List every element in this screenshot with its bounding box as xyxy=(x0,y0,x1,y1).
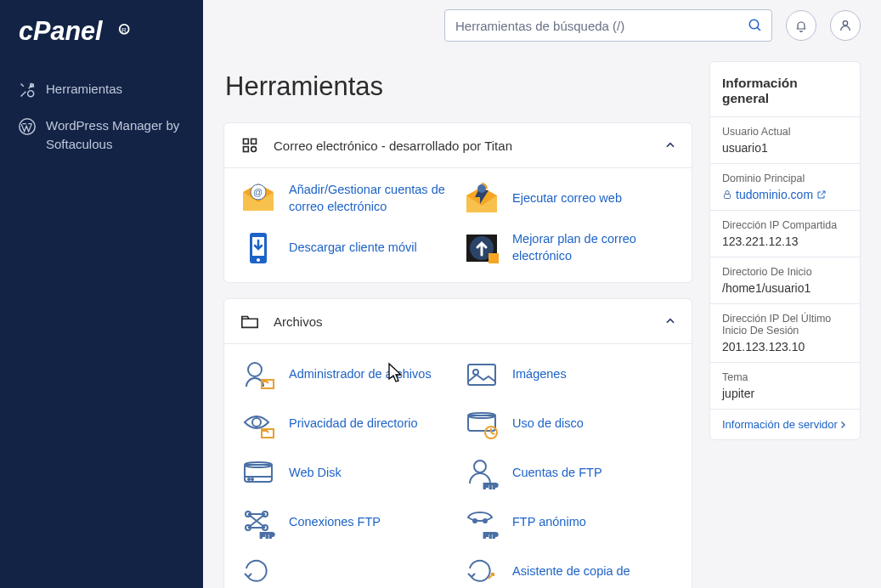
images-icon xyxy=(463,356,500,393)
tool-label: Uso de disco xyxy=(512,416,584,433)
svg-point-34 xyxy=(474,461,486,472)
tool-label: Añadir/Gestionar cuentas de correo elect… xyxy=(289,182,453,215)
anonymous-ftp-icon: FTP xyxy=(463,504,500,541)
cpanel-logo[interactable]: cPanel R xyxy=(0,15,203,71)
lock-icon xyxy=(722,189,732,200)
primary-domain-link[interactable]: tudominio.com xyxy=(722,188,848,201)
backup-wizard-icon xyxy=(463,553,500,588)
email-accounts-icon: @ xyxy=(240,180,277,218)
tool-label: Privacidad de directorio xyxy=(289,416,418,433)
svg-rect-9 xyxy=(244,147,249,152)
info-row-theme: Tema jupiter xyxy=(710,363,860,410)
domain-text: tudominio.com xyxy=(736,188,813,201)
info-value: /home1/usuario1 xyxy=(722,281,848,295)
svg-point-33 xyxy=(251,478,253,480)
svg-text:FTP: FTP xyxy=(483,482,498,490)
tool-label: Conexiones FTP xyxy=(289,514,381,531)
info-row-domain: Dominio Principal tudominio.com xyxy=(710,164,860,211)
tool-ftp-accounts[interactable]: FTP Cuentas de FTP xyxy=(463,455,676,492)
apps-grid-icon xyxy=(240,137,260,154)
svg-rect-8 xyxy=(251,139,257,144)
notifications-button[interactable] xyxy=(786,10,816,41)
disk-usage-icon xyxy=(463,405,500,443)
svg-point-32 xyxy=(248,478,250,480)
tool-file-manager[interactable]: Administrador de archivos xyxy=(240,356,453,393)
tool-web-disk[interactable]: Web Disk xyxy=(240,455,453,492)
upgrade-plan-icon xyxy=(463,229,500,267)
svg-text:cPanel: cPanel xyxy=(19,16,104,45)
panel-title: Archivos xyxy=(274,314,651,329)
info-label: Directorio De Inicio xyxy=(722,266,848,278)
panel-email: Correo electrónico - desarrollado por Ti… xyxy=(223,122,692,283)
svg-rect-22 xyxy=(468,365,495,385)
tool-anonymous-ftp[interactable]: FTP FTP anónimo xyxy=(463,504,676,541)
svg-point-16 xyxy=(257,258,260,262)
panel-header-email[interactable]: Correo electrónico - desarrollado por Ti… xyxy=(224,123,692,167)
svg-rect-10 xyxy=(251,147,257,152)
tool-directory-privacy[interactable]: Privacidad de directorio xyxy=(240,405,453,443)
info-row-home-dir: Directorio De Inicio /home1/usuario1 xyxy=(710,257,860,304)
info-title: Información general xyxy=(710,62,860,117)
tool-webmail[interactable]: Ejecutar correo web xyxy=(463,180,676,218)
ftp-connections-icon: FTP xyxy=(240,504,277,541)
tool-manage-email[interactable]: @ Añadir/Gestionar cuentas de correo ele… xyxy=(240,180,453,218)
svg-point-24 xyxy=(252,418,261,427)
tool-backup-wizard[interactable]: Asistente de copia de xyxy=(463,553,676,588)
tool-mobile-client[interactable]: Descargar cliente móvil xyxy=(240,229,453,267)
info-label: Dirección IP Compartida xyxy=(722,219,848,231)
backup-icon xyxy=(240,553,277,588)
tool-label: Administrador de archivos xyxy=(289,366,432,383)
user-menu-button[interactable] xyxy=(830,10,861,41)
page-title: Herramientas xyxy=(225,71,692,102)
svg-text:FTP: FTP xyxy=(260,531,274,540)
tool-label: Ejecutar correo web xyxy=(512,190,622,207)
panel-header-files[interactable]: Archivos xyxy=(224,299,692,343)
tool-label: Descargar cliente móvil xyxy=(289,240,417,257)
tool-images[interactable]: Imágenes xyxy=(463,356,676,393)
svg-rect-44 xyxy=(725,195,731,199)
ftp-accounts-icon: FTP xyxy=(463,455,500,492)
info-value: jupiter xyxy=(722,387,848,400)
nav-label: Herramientas xyxy=(46,80,122,99)
topbar xyxy=(203,0,881,51)
tool-label: FTP anónimo xyxy=(512,514,586,531)
tool-label: Web Disk xyxy=(289,465,342,482)
tool-ftp-connections[interactable]: FTP Conexiones FTP xyxy=(240,504,453,541)
info-label: Dominio Principal xyxy=(722,172,848,184)
panel-title: Correo electrónico - desarrollado por Ti… xyxy=(274,139,651,153)
nav-wordpress[interactable]: WordPress Manager by Softaculous xyxy=(0,108,203,163)
download-mobile-icon xyxy=(240,229,277,267)
info-row-last-ip: Dirección IP Del Último Inicio De Sesión… xyxy=(710,304,860,363)
tool-label: Mejorar plan de correo electrónico xyxy=(512,231,676,264)
info-row-user: Usuario Actual usuario1 xyxy=(710,117,860,164)
chevron-up-icon[interactable] xyxy=(664,315,676,327)
file-manager-icon xyxy=(240,356,277,393)
info-value: usuario1 xyxy=(722,141,848,155)
server-link-label: Información de servidor xyxy=(722,418,838,431)
external-link-icon xyxy=(816,189,827,200)
svg-line-5 xyxy=(757,27,760,31)
general-info-card: Información general Usuario Actual usuar… xyxy=(709,61,861,440)
nav-tools[interactable]: Herramientas xyxy=(0,71,203,108)
svg-text:FTP: FTP xyxy=(483,531,498,540)
nav-label: WordPress Manager by Softaculous xyxy=(46,116,184,155)
svg-point-13 xyxy=(477,184,486,193)
info-row-shared-ip: Dirección IP Compartida 123.221.12.13 xyxy=(710,211,860,257)
tool-disk-usage[interactable]: Uso de disco xyxy=(463,405,676,443)
tool-label: Imágenes xyxy=(512,366,567,383)
webmail-icon xyxy=(463,180,500,218)
server-info-link[interactable]: Información de servidor xyxy=(722,418,848,431)
sidebar: cPanel R Herramientas WordPress Manager … xyxy=(0,0,203,588)
svg-rect-19 xyxy=(489,253,499,263)
web-disk-icon xyxy=(240,455,277,492)
search-input[interactable] xyxy=(444,9,772,42)
chevron-up-icon[interactable] xyxy=(664,139,676,151)
svg-rect-7 xyxy=(244,139,249,144)
tool-label: Cuentas de FTP xyxy=(512,465,602,482)
svg-point-4 xyxy=(749,20,759,29)
search-button[interactable] xyxy=(739,10,771,41)
chevron-right-icon xyxy=(838,420,848,430)
tools-icon xyxy=(19,82,36,99)
tool-upgrade-email[interactable]: Mejorar plan de correo electrónico xyxy=(463,229,676,267)
tool-backup[interactable] xyxy=(240,553,453,588)
